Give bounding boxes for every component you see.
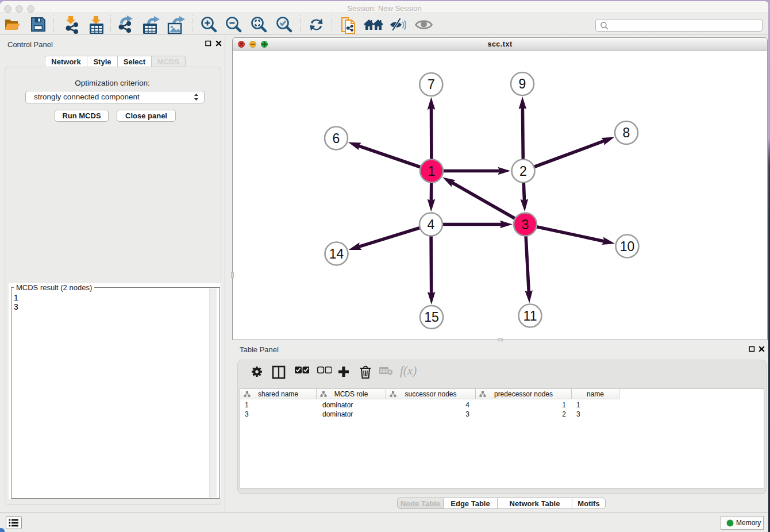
- svg-text:4: 4: [428, 217, 435, 232]
- svg-text:15: 15: [424, 310, 439, 325]
- svg-text:9: 9: [519, 76, 526, 91]
- svg-text:3: 3: [522, 217, 529, 232]
- svg-text:14: 14: [329, 246, 344, 261]
- svg-text:6: 6: [333, 131, 340, 146]
- svg-text:11: 11: [523, 309, 537, 323]
- svg-text:2: 2: [519, 164, 527, 179]
- svg-text:8: 8: [623, 125, 630, 140]
- svg-text:10: 10: [620, 239, 635, 254]
- svg-text:7: 7: [428, 77, 435, 92]
- svg-text:1: 1: [428, 164, 436, 179]
